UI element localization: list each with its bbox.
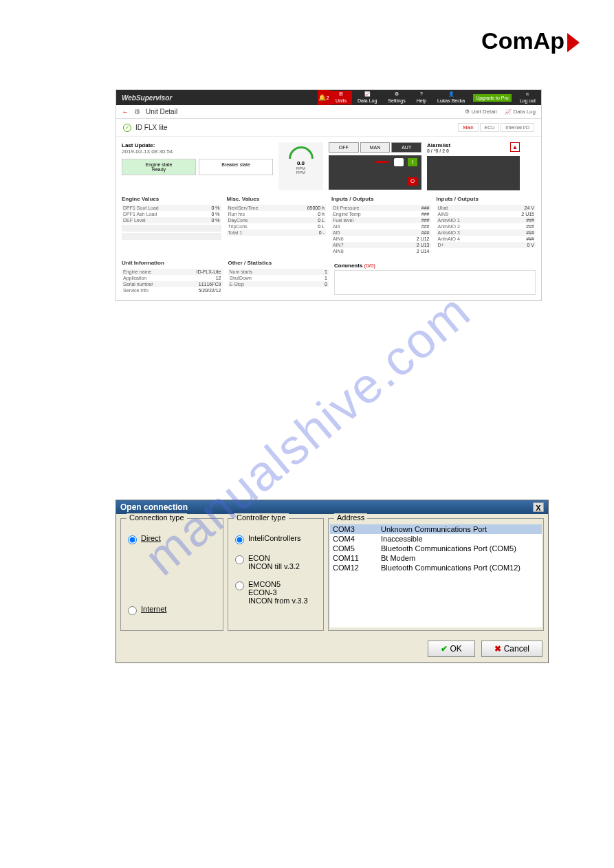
ws-brand: WebSupervisor xyxy=(116,94,177,102)
mode-controls: OFF MAN AUT I O xyxy=(329,142,421,190)
comments-col: Comments (0/0) xyxy=(334,260,536,295)
mode-off-button[interactable]: OFF xyxy=(329,142,359,153)
i-indicator[interactable]: I xyxy=(408,158,417,166)
controller-type-group: Controller type InteliControllers ECON I… xyxy=(228,518,324,631)
other-stats-col: Other / Statistics Num starts1 ShutDown1… xyxy=(228,260,329,295)
user-info: 👤Lukas Becka xyxy=(432,91,470,104)
o-indicator[interactable]: O xyxy=(408,177,417,186)
engine-status-panel: I O xyxy=(329,155,421,190)
connection-type-group: Connection type Direct Internet xyxy=(120,518,223,631)
nav-help[interactable]: ?Help xyxy=(411,91,432,104)
websupervisor-panel: WebSupervisor 🔔2 ⊞Units 📈Data Log ⚙Setti… xyxy=(116,89,542,301)
unit-info-col: Unit Information Engine nameID-FLX-Lite … xyxy=(122,260,223,295)
link-data-log[interactable]: 📈 Data Log xyxy=(505,109,536,115)
engine-state-box: Engine state Ready xyxy=(122,159,196,175)
check-icon: ✔ xyxy=(441,644,448,654)
io1-col: Inputs / Outputs Oil Pressure### Engine … xyxy=(331,196,431,254)
logout-button[interactable]: ⎋Log out xyxy=(514,91,541,104)
logo-arrow-icon xyxy=(567,33,580,52)
radio-econ[interactable]: ECON INCON till v.3.2 xyxy=(235,554,316,570)
address-row[interactable]: COM5Bluetooth Communications Port (COM5) xyxy=(330,544,542,553)
status-check-icon: ✓ xyxy=(123,124,131,132)
radio-emcon5[interactable]: EMCON5 ECON-3 INCON from v.3.3 xyxy=(235,580,316,605)
address-row[interactable]: COM4Inaccessible xyxy=(330,534,542,544)
tab-internal-io[interactable]: Internal I/O xyxy=(501,123,534,132)
ok-button[interactable]: ✔OK xyxy=(428,641,475,657)
comap-logo: ComAp xyxy=(481,27,580,54)
cancel-button[interactable]: ✖Cancel xyxy=(481,641,542,657)
unit-name: ID FLX lite xyxy=(135,124,168,131)
tab-main[interactable]: Main xyxy=(458,123,478,132)
address-row[interactable]: COM3Unknown Communications Port xyxy=(330,524,542,534)
link-unit-detail[interactable]: ⚙ Unit Detail xyxy=(465,109,496,115)
rpm-gauge: 0.0 RPM RPM xyxy=(278,142,323,190)
tab-ecu[interactable]: ECU xyxy=(480,123,500,132)
close-button[interactable]: X xyxy=(533,502,544,512)
dialog-titlebar: Open connection X xyxy=(116,500,548,514)
misc-values-col: Misc. Values NextServTime65000 h Run hrs… xyxy=(227,196,327,254)
address-row[interactable]: COM11Bt Modem xyxy=(330,553,542,563)
radio-intelicontrollers[interactable]: InteliControllers xyxy=(235,534,316,544)
unit-icon: ⚙ xyxy=(134,108,140,115)
nav-datalog[interactable]: 📈Data Log xyxy=(352,91,382,104)
mode-aut-button[interactable]: AUT xyxy=(391,142,421,153)
breaker-state-box: Breaker state xyxy=(199,159,273,175)
radio-direct[interactable]: Direct xyxy=(128,534,216,544)
nav-settings[interactable]: ⚙Settings xyxy=(382,91,410,104)
x-icon: ✖ xyxy=(494,644,501,654)
engine-values-col: Engine Values DPF1 Soot Load0 % DPF1 Ash… xyxy=(122,196,221,254)
io2-col: Inputs / Outputs Ubat24 V AIN92 U15 AnIn… xyxy=(437,196,536,254)
ws-header: WebSupervisor 🔔2 ⊞Units 📈Data Log ⚙Setti… xyxy=(116,90,541,105)
radio-internet[interactable]: Internet xyxy=(128,605,216,615)
back-button[interactable]: ← xyxy=(122,108,129,115)
last-update-block: Last Update: 2019-02-13 08:30:54 Engine … xyxy=(122,142,273,190)
alarm-warning-icon[interactable]: ▲ xyxy=(510,142,520,152)
engine-icon xyxy=(394,158,404,166)
nav-units[interactable]: ⊞Units xyxy=(330,91,352,104)
upgrade-button[interactable]: Upgrade to Pro xyxy=(473,94,511,102)
page-title: Unit Detail xyxy=(146,108,177,115)
address-group: Address COM3Unknown Communications Port … xyxy=(328,518,544,631)
open-connection-dialog: Open connection X Connection type Direct… xyxy=(116,500,549,663)
address-row[interactable]: COM12Bluetooth Communications Port (COM1… xyxy=(330,563,542,572)
ws-toolbar: ← ⚙ Unit Detail ⚙ Unit Detail 📈 Data Log xyxy=(116,105,541,119)
mode-man-button[interactable]: MAN xyxy=(360,142,391,153)
notification-bell-icon[interactable]: 🔔2 xyxy=(318,90,330,105)
comments-box[interactable] xyxy=(334,270,536,295)
unit-title-bar: ✓ ID FLX lite Main ECU Internal I/O xyxy=(116,119,541,137)
alarm-block: Alarmlist 0 / *0 / 2 0 ▲ xyxy=(427,142,520,190)
